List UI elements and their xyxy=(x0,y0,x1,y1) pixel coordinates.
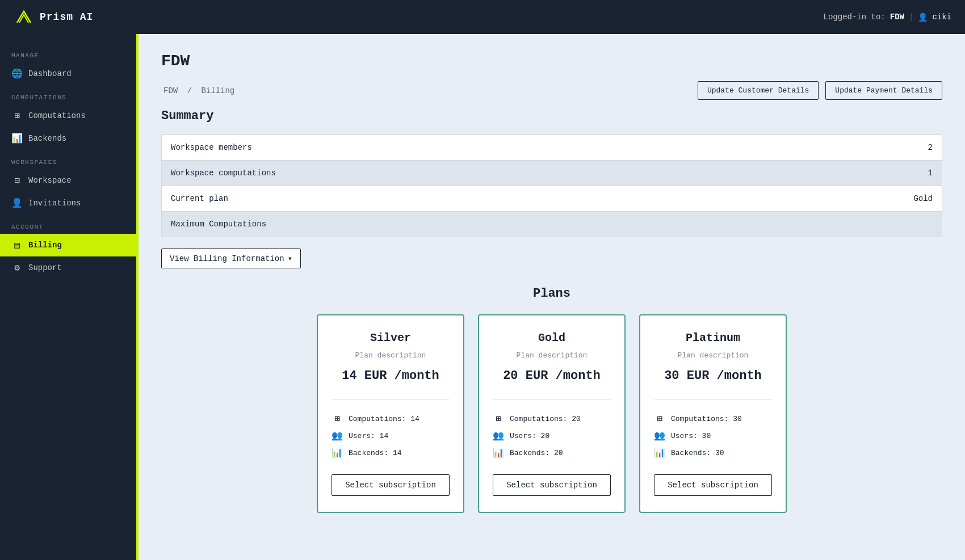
plan-platinum-computations: ⊞ Computations: 30 xyxy=(654,413,772,424)
summary-row-max-computations: Maximum Computations xyxy=(162,212,942,237)
view-billing-label: View Billing Information xyxy=(170,254,284,263)
plan-silver-description: Plan description xyxy=(355,351,426,360)
breadcrumb-root: FDW xyxy=(163,86,178,95)
user-icon: 👤 xyxy=(918,12,928,22)
billing-icon: ▤ xyxy=(11,239,23,251)
breadcrumb-actions: Update Customer Details Update Payment D… xyxy=(698,81,942,100)
view-billing-button[interactable]: View Billing Information ▾ xyxy=(161,249,301,268)
plan-card-gold: Gold Plan description 20 EUR /month ⊞ Co… xyxy=(478,314,626,513)
dashboard-icon: 🌐 xyxy=(11,68,23,79)
row-value-plan: Gold xyxy=(913,194,933,203)
users-feat-icon-platinum: 👥 xyxy=(654,430,665,441)
sidebar-item-billing[interactable]: ▤ Billing xyxy=(0,234,136,256)
row-label-members: Workspace members xyxy=(171,143,252,152)
users-feat-icon: 👥 xyxy=(332,430,343,441)
brand-name: Prism AI xyxy=(40,11,93,23)
summary-row-plan: Current plan Gold xyxy=(162,186,942,212)
plan-silver-users-label: Users: 14 xyxy=(349,432,388,440)
plan-platinum-backends-label: Backends: 30 xyxy=(671,449,724,457)
computations-icon: ⊞ xyxy=(11,110,23,121)
plan-gold-users-label: Users: 20 xyxy=(510,432,549,440)
plan-silver-divider xyxy=(332,399,450,399)
computations-feat-icon-gold: ⊞ xyxy=(493,413,504,424)
plan-platinum-backends: 📊 Backends: 30 xyxy=(654,447,772,458)
plan-platinum-price: 30 EUR /month xyxy=(664,369,762,383)
summary-table: Workspace members 2 Workspace computatio… xyxy=(161,134,942,237)
plan-silver-select-button[interactable]: Select subscription xyxy=(332,474,450,496)
plan-platinum-users-label: Users: 30 xyxy=(671,432,711,440)
sidebar-item-backends[interactable]: 📊 Backends xyxy=(0,127,136,150)
username: ciki xyxy=(932,12,951,22)
manage-section-label: MANAGE xyxy=(0,43,136,62)
account-section-label: ACCOUNT xyxy=(0,214,136,234)
plan-silver-features: ⊞ Computations: 14 👥 Users: 14 📊 Backend… xyxy=(332,413,450,458)
plan-platinum-users: 👥 Users: 30 xyxy=(654,430,772,441)
sidebar-item-support[interactable]: ⚙ Support xyxy=(0,256,136,279)
sidebar-item-workspace-label: Workspace xyxy=(28,176,72,185)
plan-platinum-select-button[interactable]: Select subscription xyxy=(654,474,772,496)
separator: | xyxy=(909,12,913,22)
users-feat-icon-gold: 👥 xyxy=(493,430,504,441)
plan-gold-computations: ⊞ Computations: 20 xyxy=(493,413,611,424)
breadcrumb-separator: / xyxy=(187,86,192,95)
prism-logo-icon xyxy=(14,7,34,27)
backends-feat-icon-gold: 📊 xyxy=(493,447,504,458)
sidebar-item-dashboard-label: Dashboard xyxy=(28,69,72,78)
row-value-members: 2 xyxy=(928,143,933,152)
update-customer-button[interactable]: Update Customer Details xyxy=(698,81,819,100)
view-billing-arrow-icon: ▾ xyxy=(288,254,292,263)
sidebar-item-invitations[interactable]: 👤 Invitations xyxy=(0,192,136,214)
plan-silver-price: 14 EUR /month xyxy=(342,369,439,383)
plan-gold-divider xyxy=(493,399,611,399)
sidebar-item-dashboard[interactable]: 🌐 Dashboard xyxy=(0,62,136,85)
plan-gold-features: ⊞ Computations: 20 👥 Users: 20 📊 Backend… xyxy=(493,413,611,458)
plans-grid: Silver Plan description 14 EUR /month ⊞ … xyxy=(161,314,942,513)
plan-gold-select-button[interactable]: Select subscription xyxy=(493,474,611,496)
plan-gold-name: Gold xyxy=(538,331,565,344)
sidebar-item-billing-label: Billing xyxy=(28,241,62,250)
plan-silver-backends: 📊 Backends: 14 xyxy=(332,447,450,458)
row-label-computations: Workspace computations xyxy=(171,169,276,178)
plan-silver-users: 👥 Users: 14 xyxy=(332,430,450,441)
summary-row-computations: Workspace computations 1 xyxy=(162,161,942,186)
summary-row-members: Workspace members 2 xyxy=(162,135,942,161)
plan-gold-backends-label: Backends: 20 xyxy=(510,449,563,457)
invitations-icon: 👤 xyxy=(11,197,23,209)
computations-section-label: COMPUTATIONS xyxy=(0,85,136,104)
row-label-max-computations: Maximum Computations xyxy=(171,220,266,229)
plan-silver-computations: ⊞ Computations: 14 xyxy=(332,413,450,424)
sidebar-item-workspace[interactable]: ⊟ Workspace xyxy=(0,169,136,192)
breadcrumb: FDW / Billing xyxy=(161,86,237,95)
plan-platinum-divider xyxy=(654,399,772,399)
org-name: FDW xyxy=(890,12,904,22)
layout: MANAGE 🌐 Dashboard COMPUTATIONS ⊞ Comput… xyxy=(0,34,965,560)
sidebar: MANAGE 🌐 Dashboard COMPUTATIONS ⊞ Comput… xyxy=(0,34,136,560)
plan-platinum-name: Platinum xyxy=(686,331,740,344)
sidebar-item-computations-label: Computations xyxy=(28,111,86,120)
sidebar-item-support-label: Support xyxy=(28,263,62,272)
plan-platinum-computations-label: Computations: 30 xyxy=(671,415,742,423)
row-label-plan: Current plan xyxy=(171,194,228,203)
plan-card-platinum: Platinum Plan description 30 EUR /month … xyxy=(639,314,787,513)
plan-gold-price: 20 EUR /month xyxy=(503,369,601,383)
plan-gold-computations-label: Computations: 20 xyxy=(510,415,581,423)
breadcrumb-current: Billing xyxy=(201,86,234,95)
topbar: Prism AI Logged-in to: FDW | 👤 ciki xyxy=(0,0,965,34)
plan-silver-computations-label: Computations: 14 xyxy=(349,415,419,423)
plan-platinum-features: ⊞ Computations: 30 👥 Users: 30 📊 Backend… xyxy=(654,413,772,458)
plan-gold-backends: 📊 Backends: 20 xyxy=(493,447,611,458)
plans-title: Plans xyxy=(161,287,942,301)
update-payment-button[interactable]: Update Payment Details xyxy=(825,81,942,100)
computations-feat-icon: ⊞ xyxy=(332,413,343,424)
page-title: FDW xyxy=(161,52,942,70)
sidebar-item-computations[interactable]: ⊞ Computations xyxy=(0,104,136,127)
plan-platinum-description: Plan description xyxy=(678,351,749,360)
logo-area: Prism AI xyxy=(14,7,93,27)
plan-gold-users: 👥 Users: 20 xyxy=(493,430,611,441)
plan-gold-description: Plan description xyxy=(517,351,588,360)
plan-card-silver: Silver Plan description 14 EUR /month ⊞ … xyxy=(317,314,464,513)
backends-feat-icon-platinum: 📊 xyxy=(654,447,665,458)
main-content: FDW FDW / Billing Update Customer Detail… xyxy=(136,34,965,560)
logged-in-label: Logged-in to: xyxy=(824,12,886,22)
topbar-user-info: Logged-in to: FDW | 👤 ciki xyxy=(824,12,951,22)
